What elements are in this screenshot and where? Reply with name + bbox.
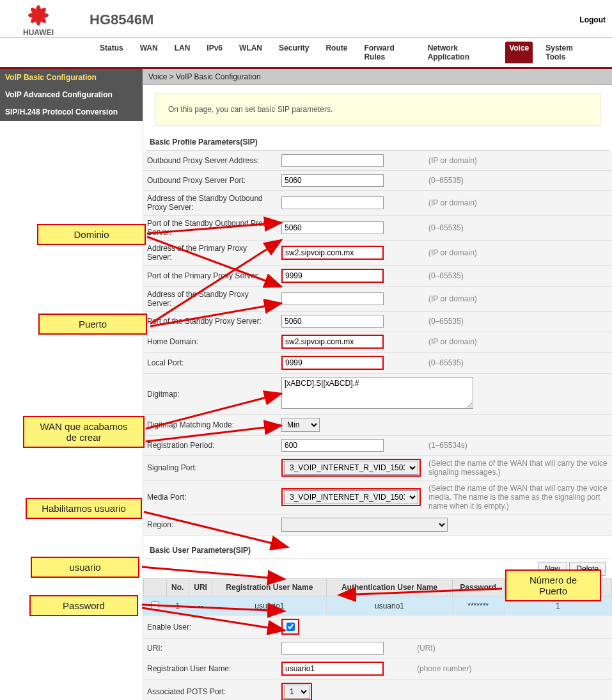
standby-proxy-addr-label: Address of the Standby Proxy Server: bbox=[143, 287, 278, 312]
delete-button[interactable]: Delete bbox=[569, 562, 606, 576]
brand-text: HUAWEI bbox=[23, 28, 54, 37]
user-th: Registration User Name bbox=[212, 579, 327, 596]
standby-proxy-port-label: Port of the Standby Proxy Server: bbox=[143, 312, 278, 331]
model-title: HG8546M bbox=[90, 12, 153, 28]
signaling-select[interactable]: 3_VOIP_INTERNET_R_VID_1503 bbox=[284, 461, 418, 475]
media-label: Media Port: bbox=[143, 481, 278, 514]
user-th: Authentication User Name bbox=[327, 579, 452, 596]
cell-pots: 1 bbox=[504, 596, 611, 616]
media-select[interactable]: 3_VOIP_INTERNET_R_VID_1503 bbox=[284, 490, 418, 504]
tab-lan[interactable]: LAN bbox=[171, 42, 194, 63]
digitmap-label: Digitmap: bbox=[143, 374, 278, 415]
user-row-1[interactable]: 1 -- usuario1 usuario1 ******* 1 bbox=[144, 596, 612, 616]
user-th: No. bbox=[166, 579, 189, 596]
brand-logo: HUAWEI bbox=[6, 3, 70, 37]
enable-user-label: Enable User: bbox=[143, 616, 278, 639]
digitmap-mode-select[interactable]: Min bbox=[281, 418, 320, 432]
tab-status[interactable]: Status bbox=[96, 42, 127, 63]
standby-proxy-addr-input[interactable] bbox=[281, 292, 384, 305]
tab-security[interactable]: Security bbox=[275, 42, 313, 63]
tab-wlan[interactable]: WLAN bbox=[235, 42, 266, 63]
home-domain-input[interactable] bbox=[281, 335, 384, 349]
signaling-label: Signaling Port: bbox=[143, 456, 278, 481]
standby-out-addr-label: Address of the Standby Outbound Proxy Se… bbox=[143, 191, 278, 216]
tab-forward-rules[interactable]: Forward Rules bbox=[360, 42, 414, 63]
logout-link[interactable]: Logout bbox=[579, 15, 606, 24]
reg-period-input[interactable] bbox=[281, 439, 384, 452]
reg-user-label: Registration User Name: bbox=[143, 658, 278, 680]
cell-auth: usuario1 bbox=[327, 596, 452, 616]
user-th: Password bbox=[452, 579, 504, 596]
standby-out-port-input[interactable] bbox=[281, 221, 384, 234]
tab-route[interactable]: Route bbox=[322, 42, 351, 63]
sidebar-item-1[interactable]: VoIP Advanced Configuration bbox=[0, 86, 143, 104]
sidebar-item-0[interactable]: VoIP Basic Configuration bbox=[0, 69, 143, 86]
reg-user-input[interactable] bbox=[281, 662, 384, 676]
primary-addr-label: Address of the Primary Proxy Server: bbox=[143, 241, 278, 266]
cell-no: 1 bbox=[166, 596, 189, 616]
standby-out-port-label: Port of the Standby Outbound Proxy Serve… bbox=[143, 216, 278, 241]
section-user-title: Basic User Parameters(SIP) bbox=[146, 542, 609, 559]
tab-system-tools[interactable]: System Tools bbox=[542, 42, 593, 63]
cell-reg: usuario1 bbox=[212, 596, 327, 616]
user-th: Associated POTS Port bbox=[504, 579, 611, 596]
out-proxy-addr-input[interactable] bbox=[281, 154, 384, 167]
tab-wan[interactable]: WAN bbox=[136, 42, 162, 63]
region-select[interactable] bbox=[281, 518, 448, 532]
profile-params-table: Outbound Proxy Server Address: (IP or do… bbox=[143, 151, 612, 536]
digitmap-textarea[interactable]: [xABCD].S|[xABCD].# bbox=[281, 377, 473, 409]
out-proxy-addr-label: Outbound Proxy Server Address: bbox=[143, 151, 278, 171]
tab-network-application[interactable]: Network Application bbox=[424, 42, 497, 63]
local-port-label: Local Port: bbox=[143, 353, 278, 374]
primary-port-input[interactable] bbox=[281, 269, 384, 283]
uri-input[interactable] bbox=[281, 642, 384, 655]
local-port-input[interactable] bbox=[281, 356, 384, 370]
user-table: No.URIRegistration User NameAuthenticati… bbox=[143, 578, 612, 616]
digitmap-mode-label: Digitmap Matching Mode: bbox=[143, 415, 278, 436]
enable-user-checkbox[interactable] bbox=[286, 623, 295, 631]
cell-uri: -- bbox=[189, 596, 212, 616]
user-buttons: New Delete bbox=[143, 559, 612, 578]
standby-out-addr-input[interactable] bbox=[281, 196, 384, 209]
section-profile-title: Basic Profile Parameters(SIP) bbox=[146, 134, 609, 151]
primary-port-label: Port of the Primary Proxy Server: bbox=[143, 266, 278, 287]
user-detail-table: Enable User: URI: (URI) Registration Use… bbox=[143, 616, 612, 700]
top-tabs: StatusWANLANIPv6WLANSecurityRouteForward… bbox=[0, 38, 612, 69]
user-th: URI bbox=[189, 579, 212, 596]
sidebar-item-2[interactable]: SIP/H.248 Protocol Conversion bbox=[0, 104, 143, 121]
region-label: Region: bbox=[143, 514, 278, 536]
user-th bbox=[144, 579, 167, 596]
hint-ip: (IP or domain) bbox=[425, 151, 612, 171]
uri-label: URI: bbox=[143, 639, 278, 658]
info-banner: On this page, you can set basic SIP para… bbox=[155, 93, 600, 126]
out-proxy-port-label: Outbound Proxy Server Port: bbox=[143, 171, 278, 191]
standby-proxy-port-input[interactable] bbox=[281, 315, 384, 328]
home-domain-label: Home Domain: bbox=[143, 331, 278, 353]
main-panel: Voice > VoIP Basic Configuration On this… bbox=[143, 69, 612, 700]
reg-period-label: Registration Period: bbox=[143, 436, 278, 456]
primary-addr-input[interactable] bbox=[281, 246, 384, 260]
out-proxy-port-input[interactable] bbox=[281, 174, 384, 187]
hint-port: (0–65535) bbox=[425, 171, 612, 191]
sidebar: VoIP Basic ConfigurationVoIP Advanced Co… bbox=[0, 69, 143, 700]
tab-voice[interactable]: Voice bbox=[505, 42, 533, 63]
tab-ipv6[interactable]: IPv6 bbox=[203, 42, 226, 63]
user-row-checkbox[interactable] bbox=[151, 601, 159, 610]
pots-select[interactable]: 1 bbox=[284, 685, 310, 699]
header-bar: HUAWEI HG8546M Logout bbox=[0, 0, 612, 38]
new-button[interactable]: New bbox=[538, 562, 567, 576]
breadcrumb: Voice > VoIP Basic Configuration bbox=[143, 69, 612, 85]
pots-label: Associated POTS Port: bbox=[143, 680, 278, 701]
cell-pwd: ******* bbox=[452, 596, 504, 616]
huawei-flower-icon bbox=[21, 3, 56, 28]
